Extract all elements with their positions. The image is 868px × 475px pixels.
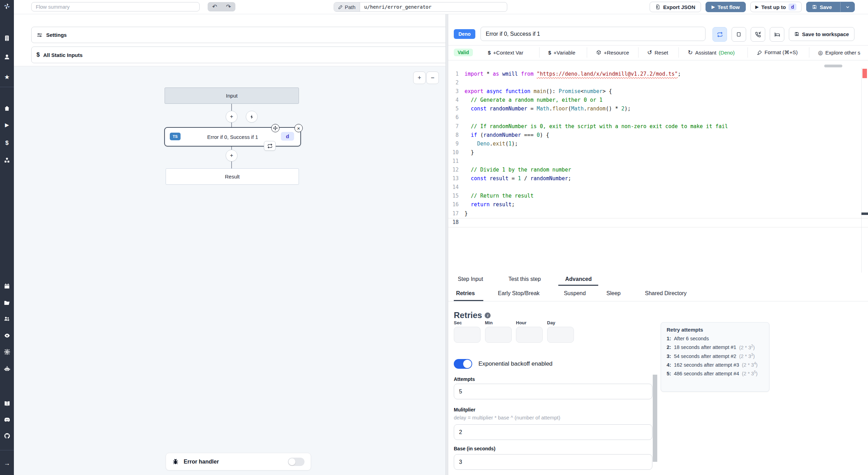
subtab-suspend[interactable]: Suspend	[561, 286, 589, 301]
explore-scripts-button[interactable]: ◎Explore other s	[818, 45, 860, 59]
input-node[interactable]: Input	[165, 88, 299, 104]
home-icon[interactable]	[3, 105, 10, 112]
all-static-inputs-card[interactable]: $ All Static Inputs	[31, 47, 451, 63]
tab-advanced[interactable]: Advanced	[562, 273, 595, 286]
github-icon[interactable]	[3, 432, 10, 439]
error-handler-toggle[interactable]	[288, 458, 304, 466]
delete-step-button[interactable]: ×	[294, 124, 303, 132]
format-button[interactable]: Format (⌘+S)	[757, 45, 798, 59]
trigger-bolt-button[interactable]	[246, 111, 258, 123]
variables-icon[interactable]: $	[3, 140, 10, 147]
code-line[interactable]: 13 const result = 1 / randomNumber;	[448, 174, 868, 183]
exponential-backoff-toggle[interactable]	[454, 359, 472, 369]
windmill-logo-icon[interactable]	[3, 3, 10, 10]
add-resource-button[interactable]: +Resource	[596, 45, 629, 59]
result-node[interactable]: Result	[166, 168, 299, 185]
flow-settings-card[interactable]: Settings	[31, 27, 451, 43]
overview-ruler	[861, 68, 862, 273]
subtab-shared-directory[interactable]: Shared Directory	[638, 286, 693, 301]
docs-book-icon[interactable]	[3, 400, 10, 407]
zoom-out-button[interactable]: −	[426, 72, 439, 84]
panel-divider[interactable]	[445, 14, 448, 475]
panel-vscrollbar[interactable]	[653, 375, 657, 462]
time-field-input[interactable]	[485, 327, 512, 343]
discord-icon[interactable]	[3, 416, 10, 423]
code-line[interactable]: 7 // If randomNumber is 0, exit the scri…	[448, 122, 868, 131]
audit-eye-icon[interactable]	[3, 332, 10, 339]
step-node-selected[interactable]: Error if 0, Success if 1	[164, 127, 301, 147]
expand-sidebar-arrow-icon[interactable]: →	[3, 460, 10, 467]
code-line[interactable]: 2	[448, 78, 868, 87]
tab-step-input[interactable]: Step Input	[454, 273, 487, 286]
sleep-shortcut-button[interactable]	[770, 27, 784, 42]
add-context-var-button[interactable]: $+Context Var	[488, 45, 523, 59]
favorites-star-icon[interactable]: ★	[3, 74, 10, 81]
zoom-in-button[interactable]: +	[413, 72, 426, 84]
code-line[interactable]: 16 return result;	[448, 200, 868, 209]
code-line[interactable]: 17}	[448, 209, 868, 218]
path-value[interactable]: u/henri/error_generator	[360, 2, 436, 11]
code-line[interactable]: 15 // Return the result	[448, 192, 868, 200]
retries-shortcut-button[interactable]	[712, 27, 727, 42]
code-line[interactable]: 11	[448, 157, 868, 166]
subtab-early-stop[interactable]: Early Stop/Break	[492, 286, 545, 301]
save-dropdown-button[interactable]	[840, 2, 854, 12]
step-title-input[interactable]	[481, 27, 706, 41]
code-line[interactable]: 1import * as wmill from "https://deno.la…	[448, 70, 868, 78]
move-step-button[interactable]	[271, 124, 279, 132]
deno-lang-badge: Deno	[454, 29, 475, 39]
retries-indicator-button[interactable]	[264, 141, 276, 151]
code-line[interactable]: 18	[448, 218, 868, 227]
toolbar-hscrollbar[interactable]	[824, 65, 842, 67]
tab-test-this-step[interactable]: Test this step	[502, 273, 547, 286]
schedules-calendar-icon[interactable]	[3, 283, 10, 290]
settings-gear-icon[interactable]	[3, 348, 10, 355]
undo-redo-group: ↶ ↷	[208, 2, 235, 11]
export-json-button[interactable]: Export JSON	[650, 2, 701, 12]
code-line[interactable]: 12 // Divide 1 by the random number	[448, 166, 868, 174]
subtab-retries[interactable]: Retries	[454, 286, 477, 301]
redo-button[interactable]: ↷	[222, 3, 235, 10]
code-line[interactable]: 10 }	[448, 148, 868, 157]
base-input[interactable]	[454, 454, 652, 470]
info-icon[interactable]: i	[485, 312, 491, 318]
runs-play-icon[interactable]: ▶	[3, 122, 10, 128]
code-editor[interactable]: 1import * as wmill from "https://deno.la…	[448, 68, 868, 275]
insert-step-button[interactable]: +	[226, 111, 237, 123]
code-line[interactable]: 3export async function main(): Promise<n…	[448, 87, 868, 96]
code-line[interactable]: 5 const randomNumber = Math.floor(Math.r…	[448, 105, 868, 113]
time-field-input[interactable]	[454, 327, 481, 343]
workspace-icon[interactable]	[3, 35, 10, 42]
multiplier-input[interactable]	[454, 424, 652, 440]
time-field-input[interactable]	[547, 327, 574, 343]
flow-canvas[interactable]: + − Input + Error if 0, Success if 1 TS …	[14, 66, 445, 475]
test-up-to-button[interactable]: ▶ Test up to d	[750, 2, 802, 12]
code-line[interactable]: 9 Deno.exit(1);	[448, 140, 868, 148]
time-field-input[interactable]	[516, 327, 543, 343]
attempts-input[interactable]	[454, 384, 652, 399]
save-to-workspace-button[interactable]: Save to workspace	[789, 27, 854, 41]
early-stop-shortcut-button[interactable]	[732, 27, 746, 42]
groups-icon[interactable]	[3, 315, 10, 322]
reset-button[interactable]: ↺Reset	[647, 45, 668, 59]
resources-cubes-icon[interactable]	[3, 157, 10, 164]
user-icon[interactable]	[3, 53, 10, 60]
flow-summary-input[interactable]	[31, 2, 200, 11]
subtab-sleep[interactable]: Sleep	[605, 286, 622, 301]
path-widget[interactable]: Path u/henri/error_generator	[334, 2, 507, 12]
save-button[interactable]: Save	[807, 2, 837, 12]
folders-icon[interactable]	[3, 299, 10, 306]
insert-step-button[interactable]: +	[226, 150, 237, 161]
code-line[interactable]: 8 if (randomNumber === 0) {	[448, 131, 868, 140]
error-handler-card[interactable]: Error handler	[166, 453, 311, 470]
step-id-badge[interactable]: d	[281, 132, 294, 141]
code-line[interactable]: 4 // Generate a random number, either 0 …	[448, 96, 868, 105]
assistant-button[interactable]: ↻Assistant(Deno)	[688, 45, 735, 59]
add-variable-button[interactable]: $+Variable	[548, 45, 575, 59]
workers-robot-icon[interactable]	[3, 365, 10, 372]
test-flow-button[interactable]: ▶ Test flow	[706, 2, 745, 12]
undo-button[interactable]: ↶	[208, 3, 222, 10]
code-line[interactable]: 14	[448, 183, 868, 192]
suspend-shortcut-button[interactable]	[751, 27, 765, 42]
code-line[interactable]: 6	[448, 113, 868, 122]
